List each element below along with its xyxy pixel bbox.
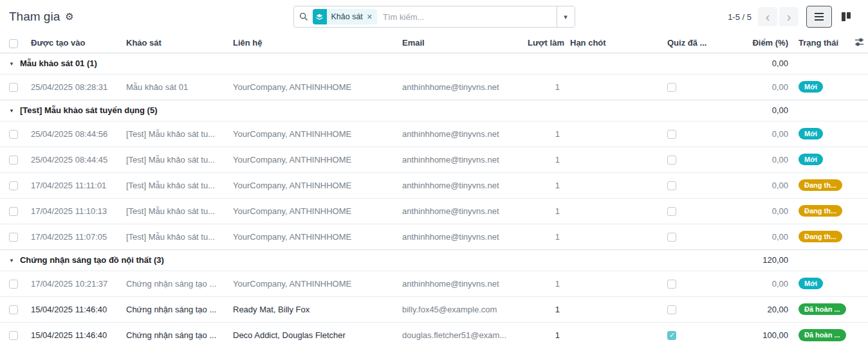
group-header[interactable]: ▼[Test] Mẫu khảo sát tuyển dụng (5) 0,00: [0, 100, 868, 121]
row-checkbox[interactable]: [9, 331, 18, 340]
contact-cell: Deco Addict, Douglas Fletcher: [228, 322, 397, 348]
survey-cell: Mẫu khảo sát 01: [121, 74, 228, 100]
email-cell: billy.fox45@example.com: [397, 296, 522, 322]
facet-label: Khảo sát: [331, 12, 363, 21]
row-checkbox[interactable]: [9, 207, 18, 216]
created-cell: 17/04/2025 11:07:05: [26, 224, 121, 249]
group-header[interactable]: ▼Chứng nhận sáng tạo đồ nội thất (3) 120…: [0, 249, 868, 271]
attempts-cell: 1: [522, 322, 565, 348]
score-cell: 0,00: [734, 74, 793, 100]
quiz-passed-checkbox[interactable]: [667, 280, 676, 289]
quiz-passed-checkbox[interactable]: [667, 207, 676, 216]
email-cell: anthinhhome@tinyvns.net: [397, 224, 522, 249]
score-cell: 0,00: [734, 172, 793, 198]
contact-cell: YourCompany, ANTHINHHOME: [228, 172, 397, 198]
created-cell: 17/04/2025 10:21:37: [26, 271, 121, 296]
select-all-checkbox[interactable]: [9, 39, 18, 48]
col-quiz[interactable]: Quiz đã ...: [658, 33, 734, 53]
score-cell: 0,00: [734, 147, 793, 172]
table-row[interactable]: 25/04/2025 08:44:45 [Test] Mẫu khảo sát …: [0, 147, 868, 172]
group-score-total: 0,00: [734, 53, 793, 74]
records-table: Được tạo vào Khảo sát Liên hệ Email Lượt…: [0, 33, 868, 348]
row-checkbox[interactable]: [9, 156, 18, 165]
list-view-button[interactable]: [806, 6, 832, 28]
table-row[interactable]: 17/04/2025 11:10:13 [Test] Mẫu khảo sát …: [0, 198, 868, 224]
attempts-cell: 1: [522, 147, 565, 172]
table-row[interactable]: 15/04/2025 11:46:40 Chứng nhận sáng tạo …: [0, 296, 868, 322]
deadline-cell: [565, 224, 658, 249]
control-panel: Tham gia ⚙ Khảo sát ✕ ▾ 1-5 / 5 ‹ ›: [0, 0, 868, 33]
quiz-passed-checkbox[interactable]: [667, 305, 676, 314]
email-cell: anthinhhome@tinyvns.net: [397, 121, 522, 147]
table-row[interactable]: 17/04/2025 11:11:01 [Test] Mẫu khảo sát …: [0, 172, 868, 198]
survey-cell: [Test] Mẫu khảo sát tu...: [121, 147, 228, 172]
quiz-passed-checkbox[interactable]: [667, 83, 676, 92]
group-label: [Test] Mẫu khảo sát tuyển dụng (5): [20, 105, 158, 115]
survey-cell: [Test] Mẫu khảo sát tu...: [121, 224, 228, 249]
row-checkbox[interactable]: [9, 181, 18, 190]
col-attempts[interactable]: Lượt làm: [522, 33, 565, 53]
table-row[interactable]: 17/04/2025 10:21:37 Chứng nhận sáng tạo …: [0, 271, 868, 296]
survey-cell: [Test] Mẫu khảo sát tu...: [121, 172, 228, 198]
facet-remove-icon[interactable]: ✕: [367, 13, 373, 21]
table-row[interactable]: 25/04/2025 08:44:56 [Test] Mẫu khảo sát …: [0, 121, 868, 147]
optional-columns-icon[interactable]: [854, 37, 864, 47]
row-checkbox[interactable]: [9, 233, 18, 242]
col-email[interactable]: Email: [397, 33, 522, 53]
chevron-right-icon: ›: [787, 10, 791, 24]
email-cell: douglas.fletcher51@exam...: [397, 322, 522, 348]
table-header-row: Được tạo vào Khảo sát Liên hệ Email Lượt…: [0, 33, 868, 53]
contact-cell: YourCompany, ANTHINHHOME: [228, 224, 397, 249]
search-dropdown-toggle[interactable]: ▾: [557, 6, 575, 27]
caret-down-icon: ▼: [9, 108, 14, 114]
contact-cell: YourCompany, ANTHINHHOME: [228, 121, 397, 147]
list-icon: [814, 12, 824, 21]
table-row[interactable]: 15/04/2025 11:46:40 Chứng nhận sáng tạo …: [0, 322, 868, 348]
pager-range: 1-5 / 5: [728, 12, 752, 22]
created-cell: 17/04/2025 11:11:01: [26, 172, 121, 198]
col-created[interactable]: Được tạo vào: [26, 33, 121, 53]
created-cell: 17/04/2025 11:10:13: [26, 198, 121, 224]
score-cell: 0,00: [734, 198, 793, 224]
col-contact[interactable]: Liên hệ: [228, 33, 397, 53]
row-checkbox[interactable]: [9, 130, 18, 139]
gear-icon[interactable]: ⚙: [65, 11, 73, 22]
contact-cell: YourCompany, ANTHINHHOME: [228, 271, 397, 296]
created-cell: 25/04/2025 08:44:56: [26, 121, 121, 147]
quiz-passed-checkbox[interactable]: [667, 181, 676, 190]
layers-icon: [313, 9, 327, 24]
deadline-cell: [565, 74, 658, 100]
group-score-total: 120,00: [734, 249, 793, 271]
table-row[interactable]: 17/04/2025 11:07:05 [Test] Mẫu khảo sát …: [0, 224, 868, 249]
caret-down-icon: ▼: [9, 258, 14, 264]
quiz-passed-checkbox[interactable]: [667, 130, 676, 139]
col-status[interactable]: Trạng thái: [793, 33, 850, 53]
quiz-passed-checkbox[interactable]: [667, 156, 676, 165]
col-deadline[interactable]: Hạn chót: [565, 33, 658, 53]
deadline-cell: [565, 296, 658, 322]
attempts-cell: 1: [522, 296, 565, 322]
col-survey[interactable]: Khảo sát: [121, 33, 228, 53]
row-checkbox[interactable]: [9, 83, 18, 92]
deadline-cell: [565, 198, 658, 224]
deadline-cell: [565, 322, 658, 348]
next-page-button[interactable]: ›: [779, 7, 799, 26]
table-row[interactable]: 25/04/2025 08:28:31 Mẫu khảo sát 01 Your…: [0, 74, 868, 100]
kanban-view-button[interactable]: [833, 6, 859, 28]
status-badge: Đang th...: [799, 179, 842, 192]
previous-page-button[interactable]: ‹: [758, 7, 777, 26]
search-input[interactable]: [382, 12, 551, 22]
score-cell: 0,00: [734, 121, 793, 147]
status-badge: Đang th...: [799, 205, 842, 217]
row-checkbox[interactable]: [9, 280, 18, 289]
search-facet[interactable]: Khảo sát ✕: [313, 9, 378, 24]
quiz-passed-checkbox[interactable]: [667, 233, 676, 242]
quiz-passed-checkbox[interactable]: [667, 331, 676, 340]
group-header[interactable]: ▼Mẫu khảo sát 01 (1) 0,00: [0, 53, 868, 74]
contact-cell: YourCompany, ANTHINHHOME: [228, 74, 397, 100]
col-score[interactable]: Điểm (%): [734, 33, 793, 53]
row-checkbox[interactable]: [9, 305, 18, 314]
score-cell: 0,00: [734, 271, 793, 296]
search-bar: Khảo sát ✕ ▾: [293, 6, 575, 28]
email-cell: anthinhhome@tinyvns.net: [397, 147, 522, 172]
